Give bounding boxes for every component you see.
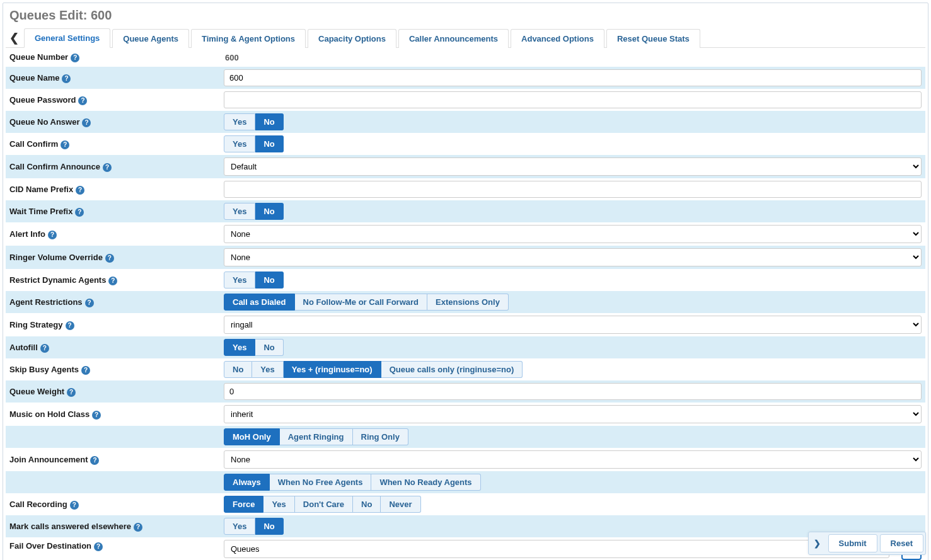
help-icon[interactable]: ? [70,501,79,510]
opt-no[interactable]: No [224,361,252,378]
tab-general-settings[interactable]: General Settings [24,28,110,48]
help-icon[interactable]: ? [134,523,142,532]
page-title: Queues Edit: 600 [6,6,925,28]
help-icon[interactable]: ? [103,163,112,172]
toggle-call-confirm[interactable]: Yes No [224,135,284,152]
help-icon[interactable]: ? [92,411,101,420]
input-queue-weight[interactable] [224,383,922,400]
tabs-bar: ❮ General Settings Queue Agents Timing &… [6,28,925,48]
opt-yes[interactable]: Yes [224,113,255,130]
toggle-agent-restrictions[interactable]: Call as Dialed No Follow-Me or Call Forw… [224,294,509,311]
select-ring-strategy[interactable]: ringall [224,316,922,334]
help-icon[interactable]: ? [40,344,49,353]
select-failover-category[interactable]: Queues [224,540,889,558]
tab-queue-agents[interactable]: Queue Agents [112,29,189,48]
help-icon[interactable]: ? [90,456,99,465]
opt-no[interactable]: No [255,339,283,356]
label-queue-password: Queue Password? [9,93,224,108]
opt-no[interactable]: No [353,496,381,513]
input-cid-name-prefix[interactable] [224,181,922,198]
label-ring-strategy: Ring Strategy? [9,317,224,333]
toggle-restrict-dynamic-agents[interactable]: Yes No [224,271,284,289]
opt-agent-ringing[interactable]: Agent Ringing [280,428,353,445]
opt-yes[interactable]: Yes [224,135,255,152]
help-icon[interactable]: ? [108,277,117,285]
opt-queue-calls-only[interactable]: Queue calls only (ringinuse=no) [381,361,523,378]
toggle-moh-mode[interactable]: MoH Only Agent Ringing Ring Only [224,428,408,445]
opt-dont-care[interactable]: Don't Care [295,496,353,513]
opt-yes[interactable]: Yes [224,271,255,289]
opt-moh-only[interactable]: MoH Only [224,428,280,445]
opt-yes[interactable]: Yes [224,339,255,356]
toggle-wait-time-prefix[interactable]: Yes No [224,203,284,220]
toggle-join-announcement-when[interactable]: Always When No Free Agents When No Ready… [224,474,481,491]
help-icon[interactable]: ? [75,208,84,217]
help-icon[interactable]: ? [76,186,84,195]
opt-no[interactable]: No [255,113,283,130]
toggle-call-recording[interactable]: Force Yes Don't Care No Never [224,496,421,513]
select-music-on-hold[interactable]: inherit [224,405,922,423]
select-alert-info[interactable]: None [224,225,922,243]
label-queue-no-answer: Queue No Answer? [9,115,224,130]
opt-when-no-free[interactable]: When No Free Agents [270,474,372,491]
tab-capacity-options[interactable]: Capacity Options [308,29,396,48]
opt-yes[interactable]: Yes [224,203,255,220]
label-agent-restrictions: Agent Restrictions? [9,295,224,310]
help-icon[interactable]: ? [82,118,91,127]
label-call-confirm: Call Confirm? [9,137,224,152]
opt-yes-ringinuse[interactable]: Yes + (ringinuse=no) [284,361,381,378]
opt-extensions-only[interactable]: Extensions Only [427,294,509,311]
opt-call-as-dialed[interactable]: Call as Dialed [224,294,295,311]
help-icon[interactable]: ? [105,254,114,263]
help-icon[interactable]: ? [81,366,90,375]
opt-when-no-ready[interactable]: When No Ready Agents [371,474,480,491]
opt-no[interactable]: No [255,518,283,535]
opt-never[interactable]: Never [381,496,420,513]
help-icon[interactable]: ? [85,299,94,307]
footer-action-bar: ❯ Submit Reset [808,532,926,555]
help-icon[interactable]: ? [78,96,87,105]
tab-advanced-options[interactable]: Advanced Options [511,29,604,48]
help-icon[interactable]: ? [61,140,69,149]
help-icon[interactable]: ? [48,231,57,239]
toggle-autofill[interactable]: Yes No [224,339,284,356]
back-chevron-icon[interactable]: ❮ [7,28,24,47]
opt-yes[interactable]: Yes [252,361,283,378]
input-queue-password[interactable] [224,91,922,108]
select-join-announcement[interactable]: None [224,450,922,469]
reset-button[interactable]: Reset [880,534,923,552]
toggle-skip-busy-agents[interactable]: No Yes Yes + (ringinuse=no) Queue calls … [224,361,523,378]
tab-timing-agent-options[interactable]: Timing & Agent Options [191,29,306,48]
opt-no[interactable]: No [255,271,283,289]
label-skip-busy-agents: Skip Busy Agents? [9,362,224,377]
help-icon[interactable]: ? [62,74,71,83]
select-ringer-volume-override[interactable]: None [224,248,922,266]
help-icon[interactable]: ? [66,321,74,330]
label-queue-name: Queue Name? [9,71,224,86]
label-queue-number: Queue Number? [9,50,224,65]
input-queue-name[interactable] [224,69,922,86]
opt-no[interactable]: No [255,135,283,152]
help-icon[interactable]: ? [71,54,79,62]
select-call-confirm-announce[interactable]: Default [224,157,922,176]
help-icon[interactable]: ? [67,388,76,397]
tab-caller-announcements[interactable]: Caller Announcements [398,29,509,48]
opt-force[interactable]: Force [224,496,263,513]
footer-expand-icon[interactable]: ❯ [809,536,826,551]
opt-always[interactable]: Always [224,474,270,491]
opt-ring-only[interactable]: Ring Only [353,428,408,445]
help-icon[interactable]: ? [94,542,103,551]
label-call-recording: Call Recording? [9,497,224,512]
opt-yes[interactable]: Yes [263,496,294,513]
opt-yes[interactable]: Yes [224,518,255,535]
label-autofill: Autofill? [9,340,224,355]
toggle-mark-answered-elsewhere[interactable]: Yes No [224,518,284,535]
opt-no-followme[interactable]: No Follow-Me or Call Forward [295,294,427,311]
tab-reset-queue-stats[interactable]: Reset Queue Stats [606,29,700,48]
label-fail-over-destination: Fail Over Destination? [9,539,224,554]
submit-button[interactable]: Submit [828,534,877,552]
label-alert-info: Alert Info? [9,227,224,242]
opt-no[interactable]: No [255,203,283,220]
toggle-queue-no-answer[interactable]: Yes No [224,113,284,130]
value-queue-number: 600 [224,53,239,62]
